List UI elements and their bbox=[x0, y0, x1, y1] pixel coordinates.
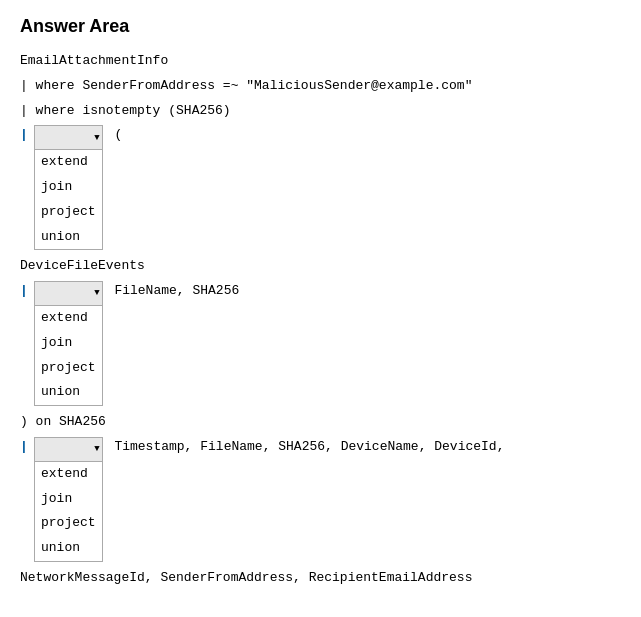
dropdown1-arrow-icon: ▼ bbox=[94, 131, 99, 145]
page-title: Answer Area bbox=[20, 16, 621, 37]
dropdown3-list: extend join project union bbox=[34, 462, 103, 562]
dropdown2-option-union[interactable]: union bbox=[35, 380, 102, 405]
dropdown1-option-project[interactable]: project bbox=[35, 200, 102, 225]
dropdown1-select[interactable]: ▼ bbox=[34, 125, 103, 150]
dropdown3-option-join[interactable]: join bbox=[35, 487, 102, 512]
line6-pipe-row: | ▼ extend join project union Timestamp,… bbox=[20, 437, 621, 562]
dropdown3-arrow-icon: ▼ bbox=[94, 442, 99, 456]
line2: | where isnotempty (SHA256) bbox=[20, 101, 621, 122]
table2-line: DeviceFileEvents bbox=[20, 256, 621, 277]
dropdown1-list: extend join project union bbox=[34, 150, 103, 250]
dropdown1-option-union[interactable]: union bbox=[35, 225, 102, 250]
line6-suffix: Timestamp, FileName, SHA256, DeviceName,… bbox=[107, 437, 505, 458]
dropdown2-wrapper: ▼ extend join project union bbox=[34, 281, 103, 406]
line3-group: | ▼ extend join project union ( bbox=[20, 125, 621, 250]
pipe6: | bbox=[20, 437, 28, 458]
pipe4: | bbox=[20, 281, 28, 302]
dropdown1-wrapper: ▼ extend join project union bbox=[34, 125, 103, 250]
dropdown3-wrapper: ▼ extend join project union bbox=[34, 437, 103, 562]
dropdown1-option-join[interactable]: join bbox=[35, 175, 102, 200]
dropdown2-select[interactable]: ▼ bbox=[34, 281, 103, 306]
line4-pipe-row: | ▼ extend join project union FileName, … bbox=[20, 281, 621, 406]
dropdown2-option-project[interactable]: project bbox=[35, 356, 102, 381]
line4-group: | ▼ extend join project union FileName, … bbox=[20, 281, 621, 406]
dropdown2-option-join[interactable]: join bbox=[35, 331, 102, 356]
line4-suffix: FileName, SHA256 bbox=[107, 281, 240, 302]
dropdown2-label bbox=[39, 283, 92, 304]
line7: NetworkMessageId, SenderFromAddress, Rec… bbox=[20, 568, 621, 589]
dropdown3-option-extend[interactable]: extend bbox=[35, 462, 102, 487]
dropdown3-label bbox=[39, 439, 92, 460]
dropdown2-list: extend join project union bbox=[34, 306, 103, 406]
dropdown1-option-extend[interactable]: extend bbox=[35, 150, 102, 175]
dropdown3-select[interactable]: ▼ bbox=[34, 437, 103, 462]
dropdown3-option-project[interactable]: project bbox=[35, 511, 102, 536]
code-block: EmailAttachmentInfo | where SenderFromAd… bbox=[20, 51, 621, 589]
line3-suffix: ( bbox=[107, 125, 123, 146]
table1-line: EmailAttachmentInfo bbox=[20, 51, 621, 72]
dropdown2-option-extend[interactable]: extend bbox=[35, 306, 102, 331]
dropdown2-arrow-icon: ▼ bbox=[94, 286, 99, 300]
dropdown1-label bbox=[39, 127, 92, 148]
dropdown3-option-union[interactable]: union bbox=[35, 536, 102, 561]
pipe3: | bbox=[20, 125, 28, 146]
line5: ) on SHA256 bbox=[20, 412, 621, 433]
line3-pipe-row: | ▼ extend join project union ( bbox=[20, 125, 621, 250]
line6-group: | ▼ extend join project union Timestamp,… bbox=[20, 437, 621, 562]
line1: | where SenderFromAddress =~ "MaliciousS… bbox=[20, 76, 621, 97]
